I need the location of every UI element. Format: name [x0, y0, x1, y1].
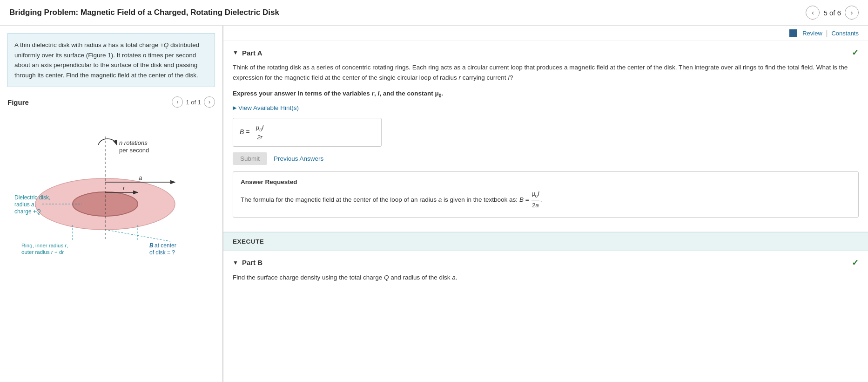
- svg-text:r: r: [123, 184, 125, 191]
- part-b-description: Find the surface charge density using th…: [233, 273, 859, 290]
- hint-arrow-icon: ▶: [233, 105, 236, 111]
- part-b-header[interactable]: ▼ Part B ✓: [233, 251, 859, 273]
- part-a-section: ▼ Part A ✓ Think of the rotating disk as…: [223, 41, 868, 232]
- svg-text:Dielectric disk,: Dielectric disk,: [14, 194, 50, 201]
- problem-statement: A thin dielectric disk with radius a has…: [7, 33, 215, 87]
- part-a-collapse-arrow: ▼: [233, 49, 238, 56]
- figure-section: Figure ‹ 1 of 1 ›: [7, 96, 215, 262]
- page-count-display: 5 of 6: [823, 9, 841, 17]
- chevron-left-icon: ‹: [812, 9, 814, 16]
- answer-requested-title: Answer Requested: [241, 178, 851, 185]
- svg-text:B: B: [149, 242, 154, 249]
- svg-text:at center: at center: [155, 242, 176, 249]
- pipe-separator: |: [826, 29, 828, 37]
- figure-prev-button[interactable]: ‹: [172, 96, 183, 108]
- textbook-formula-den: 2a: [532, 200, 538, 211]
- part-a-content: Think of the rotating disk as a series o…: [233, 62, 859, 232]
- next-page-button[interactable]: ›: [845, 6, 859, 20]
- right-top-bar: Review | Constants: [223, 26, 868, 41]
- part-a-check: ✓: [852, 48, 859, 58]
- figure-header: Figure ‹ 1 of 1 ›: [7, 96, 215, 108]
- previous-answers-link[interactable]: Previous Answers: [274, 155, 323, 162]
- svg-text:charge +Q: charge +Q: [14, 208, 40, 215]
- problem-text: A thin dielectric disk with radius a has…: [14, 41, 199, 79]
- execute-section: EXECUTE: [223, 232, 868, 251]
- svg-text:outer radius r + dr: outer radius r + dr: [21, 249, 64, 255]
- answer-requested-box: Answer Requested The formula for the mag…: [233, 171, 859, 218]
- textbook-formula-num: μ0I: [532, 189, 539, 200]
- review-link[interactable]: Review: [802, 30, 822, 37]
- constants-link[interactable]: Constants: [831, 30, 859, 37]
- part-a-description: Think of the rotating disk as a series o…: [233, 62, 859, 83]
- submit-button[interactable]: Submit: [233, 152, 267, 165]
- hint-link[interactable]: ▶ View Available Hint(s): [233, 104, 299, 111]
- answer-input-box[interactable]: B = μ0I 2r: [233, 118, 382, 147]
- prev-page-button[interactable]: ‹: [806, 6, 820, 20]
- page-title: Bridging Problem: Magnetic Field of a Ch…: [9, 8, 279, 17]
- answer-requested-text: The formula for the magnetic field at th…: [241, 189, 851, 211]
- submit-area: Submit Previous Answers: [233, 152, 859, 165]
- formula-fraction: μ0I 2r: [256, 124, 263, 141]
- svg-text:Ring, inner radius r,: Ring, inner radius r,: [21, 243, 68, 248]
- answer-formula: B = μ0I 2r: [240, 124, 264, 141]
- part-b-title: Part B: [242, 259, 262, 266]
- figure-diagram: n rotations per second a r Dielectric di…: [7, 113, 215, 262]
- part-a-header-left: ▼ Part A: [233, 49, 262, 57]
- left-panel: A thin dielectric disk with radius a has…: [0, 26, 223, 382]
- part-b-check: ✓: [852, 258, 859, 268]
- figure-label: Figure: [7, 98, 29, 106]
- part-a-header[interactable]: ▼ Part A ✓: [233, 41, 859, 62]
- right-panel: Review | Constants ▼ Part A ✓ Think of t…: [223, 26, 868, 382]
- svg-text:n rotations: n rotations: [119, 139, 148, 146]
- part-a-title: Part A: [242, 49, 262, 57]
- review-icon: [789, 29, 797, 37]
- part-b-section: ▼ Part B ✓ Find the surface charge densi…: [223, 251, 868, 290]
- figure-page-count: 1 of 1: [186, 99, 201, 106]
- figure-svg: n rotations per second a r Dielectric di…: [7, 113, 212, 258]
- page-header: Bridging Problem: Magnetic Field of a Ch…: [0, 0, 868, 26]
- express-note: Express your answer in terms of the vari…: [233, 90, 859, 98]
- svg-text:radius a,: radius a,: [14, 201, 36, 208]
- part-b-collapse-arrow: ▼: [233, 259, 238, 266]
- formula-denominator: 2r: [257, 133, 262, 141]
- svg-text:a: a: [139, 174, 142, 181]
- execute-label: EXECUTE: [233, 238, 264, 245]
- figure-nav: ‹ 1 of 1 ›: [172, 96, 215, 108]
- hint-label: View Available Hint(s): [238, 104, 299, 111]
- main-layout: A thin dielectric disk with radius a has…: [0, 26, 868, 382]
- formula-numerator: μ0I: [256, 124, 263, 133]
- chevron-right-icon: ›: [851, 9, 853, 16]
- part-b-header-left: ▼ Part B: [233, 259, 262, 266]
- header-navigation: ‹ 5 of 6 ›: [806, 6, 859, 20]
- figure-next-button[interactable]: ›: [204, 96, 215, 108]
- svg-text:of disk = ?: of disk = ?: [149, 249, 175, 256]
- svg-text:per second: per second: [119, 147, 149, 154]
